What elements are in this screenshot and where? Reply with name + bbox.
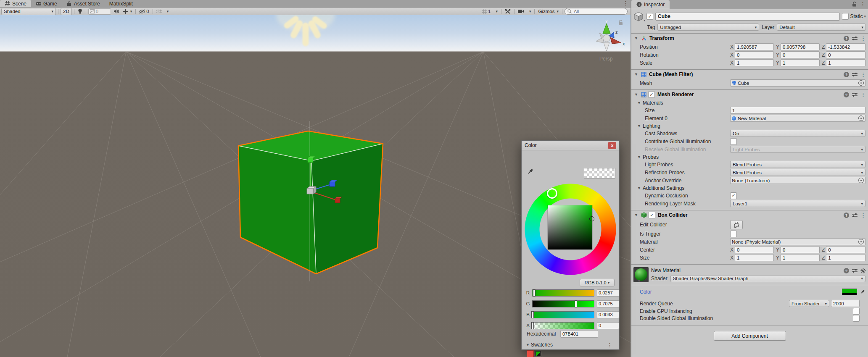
light-probes-dropdown[interactable]: Blend Probes [730,161,865,168]
active-checkbox[interactable] [646,13,653,20]
materials-foldout[interactable]: ▼ Materials [631,99,868,106]
shading-mode-dropdown[interactable]: Shaded [1,8,56,15]
help-icon[interactable]: ? [844,36,849,41]
rotation-y-input[interactable]: 0 [781,51,820,58]
help-icon[interactable]: ? [844,92,849,97]
projection-label[interactable]: Persp [599,56,613,62]
help-icon[interactable]: ? [844,268,849,273]
snap-grid-button[interactable]: 1 [481,8,492,15]
axis-x-label[interactable]: X [730,60,733,66]
rotation-z-input[interactable]: 0 [826,51,865,58]
swatch-green[interactable] [536,351,541,356]
collider-size-z-input[interactable]: 1 [826,254,865,261]
object-picker-icon[interactable] [858,80,864,86]
material-preview[interactable] [633,267,649,282]
slider-handle[interactable] [533,289,536,297]
view-axis-y-cone[interactable] [603,24,610,34]
axis-x-label[interactable]: X [730,247,733,253]
exposure-field[interactable]: 0 [88,8,111,15]
scale-label[interactable]: Scale [640,60,730,66]
render-queue-input[interactable]: 2000 [831,300,860,307]
axis-z-label[interactable]: Z [822,60,825,66]
scene-tab-menu-icon[interactable]: ⋮ [623,0,628,6]
mesh-filter-header[interactable]: ▼ Cube (Mesh Filter) ?⋮ [631,70,868,79]
effects-dropdown-button[interactable] [121,8,134,15]
mesh-object-field[interactable]: Cube [730,79,865,87]
foldout-triangle-icon[interactable]: ▼ [634,72,638,76]
layer-dropdown[interactable]: Default [777,24,866,31]
scale-y-input[interactable]: 1 [781,59,820,66]
position-y-input[interactable]: 0.9057798 [781,43,820,50]
component-menu-icon[interactable]: ⋮ [860,213,866,218]
rotation-x-input[interactable]: 0 [735,51,774,58]
contribute-gi-checkbox[interactable] [730,138,737,145]
material-color-label[interactable]: Color [640,289,652,295]
static-checkbox[interactable] [842,13,849,20]
box-collider-header[interactable]: ▼ Box Collider ?⋮ [631,210,868,220]
position-x-input[interactable]: 1.920587 [735,43,774,50]
axis-y-label[interactable]: Y [776,52,779,58]
scale-x-input[interactable]: 1 [735,59,774,66]
lock-icon[interactable] [852,1,857,7]
anchor-override-field[interactable]: None (Transform) [730,177,865,184]
material-color-swatch[interactable] [842,289,857,295]
eyedropper-button[interactable] [859,289,865,295]
dynamic-occlusion-checkbox[interactable] [730,192,737,199]
object-picker-icon[interactable] [858,116,864,121]
audio-toggle-button[interactable] [112,8,120,15]
close-button[interactable]: x [608,142,616,149]
help-icon[interactable]: ? [844,213,849,218]
help-icon[interactable]: ? [844,72,849,77]
axis-x-label[interactable]: X [730,255,733,261]
presets-icon[interactable] [852,213,857,218]
axis-y-label[interactable]: Y [776,247,779,253]
lighting-toggle-button[interactable] [77,8,84,15]
channel-r-slider[interactable] [532,289,594,297]
axis-z-label[interactable]: Z [822,255,825,261]
presets-icon[interactable] [852,36,857,41]
view-axis-x-cone[interactable] [610,37,621,44]
slider-handle[interactable] [531,322,534,329]
saturation-value-box[interactable] [548,205,592,249]
scale-z-input[interactable]: 1 [826,59,865,66]
tab-matrixsplit[interactable]: MatrixSplit [105,0,137,7]
snap-dropdown-arrow[interactable] [493,8,499,15]
rendering-layer-mask-dropdown[interactable]: Layer1 [730,200,865,207]
channel-b-slider[interactable] [532,311,594,318]
render-queue-dropdown[interactable]: From Shader [789,300,829,307]
hue-selector[interactable] [547,188,557,199]
toggle-2d-button[interactable]: 2D [61,8,72,15]
gameobject-name-input[interactable]: Cube [655,13,840,21]
view-axis-negy-cone[interactable] [604,42,609,51]
eyedropper-button[interactable] [526,168,534,177]
position-label[interactable]: Position [640,44,730,50]
axis-y-label[interactable]: Y [776,60,779,66]
hex-input[interactable]: 07B401 [560,330,598,338]
color-window-titlebar[interactable]: Color x [522,141,619,150]
object-picker-icon[interactable] [858,178,864,183]
slider-handle[interactable] [575,300,577,307]
gizmos-dropdown[interactable]: Gizmos [537,8,560,15]
axis-z-label[interactable]: Z [822,247,825,253]
presets-icon[interactable] [852,72,857,77]
cube-gameobject-icon[interactable]: ▾ [633,11,644,21]
foldout-triangle-icon[interactable]: ▼ [634,36,638,40]
axis-y-label[interactable]: Y [776,44,779,50]
swatch-red[interactable] [527,350,534,357]
grid-visibility-button[interactable] [155,8,163,15]
icon-dropdown-arrow[interactable]: ▾ [644,18,645,22]
cast-shadows-dropdown[interactable]: On [730,130,865,137]
component-menu-icon[interactable]: ⋮ [860,36,866,41]
axis-x-label[interactable]: X [730,52,733,58]
element0-object-field[interactable]: New Material [730,115,865,122]
foldout-triangle-icon[interactable]: ▼ [634,213,638,217]
additional-settings-foldout[interactable]: ▼ Additional Settings [631,184,868,192]
material-header[interactable]: New Material ? Shader Shader Graphs/New … [631,265,868,284]
scene-search-input[interactable] [573,8,617,14]
swatches-label[interactable]: Swatches [531,342,553,348]
axis-z-label[interactable]: Z [822,52,825,58]
hidden-objects-button[interactable]: 0 [138,8,150,15]
material-foldout-icon[interactable]: ▼ [637,279,641,283]
mesh-renderer-header[interactable]: ▼ Mesh Renderer ?⋮ [631,90,868,99]
object-picker-icon[interactable] [858,239,864,244]
